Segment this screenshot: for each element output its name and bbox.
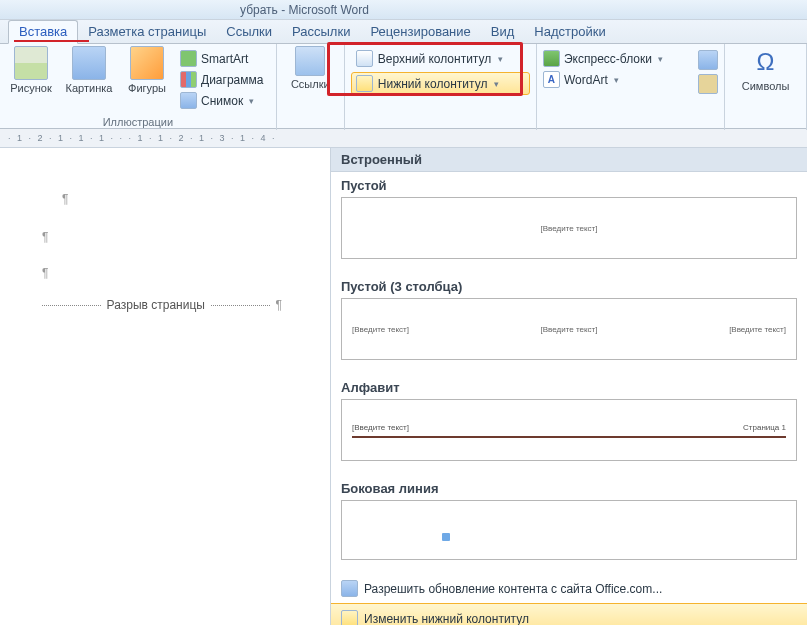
textbox-icon[interactable] bbox=[698, 50, 718, 70]
btn-symbols[interactable]: Ω Символы bbox=[741, 46, 791, 92]
window-title: убрать - Microsoft Word bbox=[240, 3, 369, 17]
chart-icon bbox=[180, 71, 197, 88]
gallery-section-builtin: Встроенный bbox=[331, 148, 807, 172]
chevron-down-icon: ▾ bbox=[658, 54, 663, 64]
wordart-icon: A bbox=[543, 71, 560, 88]
smartart-icon bbox=[180, 50, 197, 67]
group-label-illustrations: Иллюстрации bbox=[6, 116, 270, 130]
tab-review[interactable]: Рецензирование bbox=[360, 21, 480, 43]
btn-quickparts[interactable]: Экспресс-блоки▾ bbox=[543, 50, 690, 67]
globe-icon bbox=[341, 580, 358, 597]
tab-view[interactable]: Вид bbox=[481, 21, 525, 43]
btn-clipart[interactable]: Картинка bbox=[64, 46, 114, 94]
btn-shapes[interactable]: Фигуры bbox=[122, 46, 172, 94]
link-icon bbox=[295, 46, 325, 76]
btn-picture[interactable]: Рисунок bbox=[6, 46, 56, 94]
group-illustrations: Рисунок Картинка Фигуры SmartArt Диаграм… bbox=[0, 44, 277, 130]
btn-screenshot[interactable]: Снимок▾ bbox=[180, 92, 263, 109]
picture-icon bbox=[14, 46, 48, 80]
paragraph-mark: ¶ bbox=[42, 230, 282, 244]
tab-addins[interactable]: Надстройки bbox=[524, 21, 615, 43]
dropcap-icon[interactable] bbox=[698, 74, 718, 94]
btn-wordart[interactable]: A WordArt▾ bbox=[543, 71, 690, 88]
paragraph-mark: ¶ bbox=[62, 192, 282, 206]
title-bar: убрать - Microsoft Word bbox=[0, 0, 807, 20]
footer-icon bbox=[341, 610, 358, 625]
tab-references[interactable]: Ссылки bbox=[216, 21, 282, 43]
omega-icon: Ω bbox=[757, 46, 775, 78]
workspace: ¶ ¶ ¶ Разрыв страницы ¶ Встроенный Пусто… bbox=[0, 148, 807, 625]
chevron-down-icon: ▾ bbox=[249, 96, 254, 106]
gallery-preview bbox=[341, 500, 797, 560]
gallery-preview: [Введите текст] [Введите текст] [Введите… bbox=[341, 298, 797, 360]
document-area[interactable]: ¶ ¶ ¶ Разрыв страницы ¶ bbox=[0, 148, 330, 625]
btn-chart[interactable]: Диаграмма bbox=[180, 71, 263, 88]
horizontal-ruler[interactable]: · 1 · 2 · 1 · 1 · 1 · · · 1 · 1 · 2 · 1 … bbox=[0, 129, 807, 148]
gallery-item-sideline[interactable]: Боковая линия bbox=[331, 475, 807, 574]
sideline-marker bbox=[442, 533, 450, 541]
annotation-underline bbox=[14, 40, 89, 42]
gallery-edit-footer[interactable]: Изменить нижний колонтитул bbox=[331, 603, 807, 625]
ribbon-tabs: Вставка Разметка страницы Ссылки Рассылк… bbox=[0, 20, 807, 44]
gallery-item-alphabet[interactable]: Алфавит [Введите текст] Страница 1 bbox=[331, 374, 807, 475]
group-symbols: Ω Символы bbox=[725, 44, 807, 130]
chevron-down-icon: ▾ bbox=[614, 75, 619, 85]
ribbon: Рисунок Картинка Фигуры SmartArt Диаграм… bbox=[0, 44, 807, 129]
annotation-box bbox=[327, 42, 523, 96]
shapes-icon bbox=[130, 46, 164, 80]
paragraph-mark: ¶ bbox=[42, 266, 282, 280]
screenshot-icon bbox=[180, 92, 197, 109]
clipart-icon bbox=[72, 46, 106, 80]
gallery-preview: [Введите текст] Страница 1 bbox=[341, 399, 797, 461]
footer-gallery-dropdown: Встроенный Пустой [Введите текст] Пустой… bbox=[330, 148, 807, 625]
gallery-item-empty-3col[interactable]: Пустой (3 столбца) [Введите текст] [Введ… bbox=[331, 273, 807, 374]
tab-page-layout[interactable]: Разметка страницы bbox=[78, 21, 216, 43]
quickparts-icon bbox=[543, 50, 560, 67]
btn-smartart[interactable]: SmartArt bbox=[180, 50, 263, 67]
gallery-preview: [Введите текст] bbox=[341, 197, 797, 259]
page-break-indicator: Разрыв страницы ¶ bbox=[42, 298, 282, 312]
gallery-item-empty[interactable]: Пустой [Введите текст] bbox=[331, 172, 807, 273]
gallery-update-office[interactable]: Разрешить обновление контента с сайта Of… bbox=[331, 574, 807, 603]
tab-mailings[interactable]: Рассылки bbox=[282, 21, 360, 43]
group-text: Экспресс-блоки▾ A WordArt▾ bbox=[537, 44, 725, 130]
